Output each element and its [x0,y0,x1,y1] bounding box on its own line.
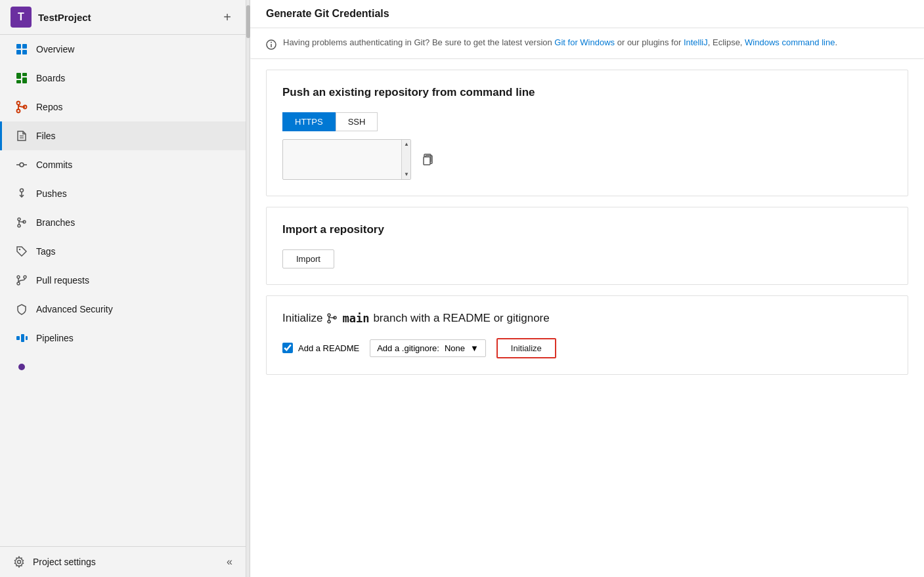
sidebar-item-tags[interactable]: Tags [0,237,246,266]
gitignore-value: None [445,343,465,353]
gitignore-label: Add a .gitignore: [377,343,439,353]
readme-label-text: Add a README [298,343,359,353]
initialize-button[interactable]: Initialize [496,338,556,358]
svg-point-24 [17,276,20,278]
readme-checkbox-label[interactable]: Add a README [282,343,359,353]
svg-rect-3 [22,50,27,54]
sidebar-item-repos[interactable]: Repos [0,93,246,121]
svg-point-17 [20,189,24,192]
settings-label: Project settings [33,557,96,567]
svg-rect-1 [22,44,27,49]
sidebar-scrollbar[interactable] [246,0,250,577]
sidebar-item-label: Tags [36,246,56,257]
code-scrollbar[interactable]: ▲ ▼ [401,140,410,179]
project-settings-item[interactable]: Project settings « [0,547,246,577]
init-title-prefix: Initialize [282,312,322,325]
import-button[interactable]: Import [282,249,334,268]
intellij-link[interactable]: IntelliJ [684,37,708,47]
protocol-tabs: HTTPS SSH [282,112,892,131]
security-icon [15,303,28,316]
readme-checkbox[interactable] [282,343,293,353]
sidebar-item-files[interactable]: Files [0,121,246,150]
sidebar-item-label: Files [36,131,56,141]
svg-rect-5 [22,73,27,76]
sidebar-item-label: Commits [36,160,72,170]
sidebar-item-branches[interactable]: Branches [0,208,246,237]
init-title-suffix: branch with a README or gitignore [373,312,549,325]
svg-rect-30 [26,336,28,340]
svg-rect-28 [16,336,20,340]
sidebar-item-advanced-security[interactable]: Advanced Security [0,295,246,324]
sidebar-footer: Project settings « [0,546,246,577]
copy-button[interactable] [416,148,440,170]
git-for-windows-link[interactable]: Git for Windows [554,37,615,47]
svg-point-20 [18,224,20,227]
sidebar-item-label: Pushes [36,188,67,199]
code-input-wrapper: ▲ ▼ [282,139,411,180]
commits-icon [15,158,28,171]
svg-point-25 [17,282,20,285]
sidebar-item-label: Branches [36,217,75,228]
code-area-wrap: ▲ ▼ [282,139,892,180]
info-icon [266,37,276,51]
svg-point-34 [271,41,272,43]
https-tab[interactable]: HTTPS [282,112,336,131]
sidebar-item-commits[interactable]: Commits [0,150,246,179]
svg-point-23 [19,249,20,250]
scroll-down-arrow[interactable]: ▼ [402,170,411,179]
tags-icon [15,245,28,258]
svg-point-8 [17,102,20,105]
svg-rect-7 [16,80,21,83]
settings-icon [13,556,25,568]
sidebar-item-overview[interactable]: Overview [0,35,246,64]
gitignore-select[interactable]: Add a .gitignore: None ▼ [370,339,486,357]
initialize-section-card: Initialize main branch with a README or … [266,295,908,375]
content-area: Push an existing repository from command… [250,59,924,401]
push-section-card: Push an existing repository from command… [266,70,908,196]
sidebar-item-label: Pull requests [36,275,89,286]
repos-icon [15,100,28,114]
project-name: TestProject [38,12,213,23]
windows-command-line-link[interactable]: Windows command line [745,37,835,47]
branch-icon [326,312,338,324]
sidebar-item-label: Repos [36,102,62,112]
svg-rect-2 [16,50,21,54]
svg-rect-29 [21,334,24,342]
svg-point-31 [18,561,21,564]
sidebar-scrollbar-thumb [246,5,250,38]
svg-rect-4 [16,73,21,79]
sidebar-header: T TestProject + [0,0,246,35]
collapse-button[interactable]: « [227,556,232,568]
sidebar: T TestProject + Overview [0,0,246,577]
import-section-title: Import a repository [282,223,892,236]
sidebar-nav: Overview Boards [0,35,246,546]
initialize-title: Initialize main branch with a README or … [282,312,892,325]
boards-icon [15,72,28,85]
add-button[interactable]: + [219,9,235,26]
code-textarea[interactable] [283,140,401,179]
svg-point-38 [328,314,330,316]
scroll-up-arrow[interactable]: ▲ [402,140,411,149]
sidebar-item-pushes[interactable]: Pushes [0,179,246,208]
card-header: Generate Git Credentials [250,0,924,28]
sidebar-item-label: Overview [36,44,74,54]
files-icon [15,129,28,142]
branch-name: main [342,312,369,325]
import-section-card: Import a repository Import [266,207,908,285]
pushes-icon [15,187,28,200]
sidebar-item-boards[interactable]: Boards [0,64,246,93]
svg-rect-37 [424,157,430,165]
sidebar-item-label: Boards [36,73,65,83]
info-message: Having problems authenticating in Git? B… [283,36,837,49]
card-title: Generate Git Credentials [266,8,389,19]
project-avatar: T [11,7,32,28]
sidebar-item-label: Pipelines [36,333,74,343]
sidebar-item-label: Advanced Security [36,304,113,314]
ssh-tab[interactable]: SSH [336,112,378,131]
sidebar-item-misc[interactable] [0,353,246,381]
sidebar-item-pipelines[interactable]: Pipelines [0,324,246,353]
misc-icon [15,360,28,374]
pull-requests-icon [15,274,28,287]
sidebar-item-pull-requests[interactable]: Pull requests [0,266,246,295]
svg-rect-6 [22,77,27,83]
